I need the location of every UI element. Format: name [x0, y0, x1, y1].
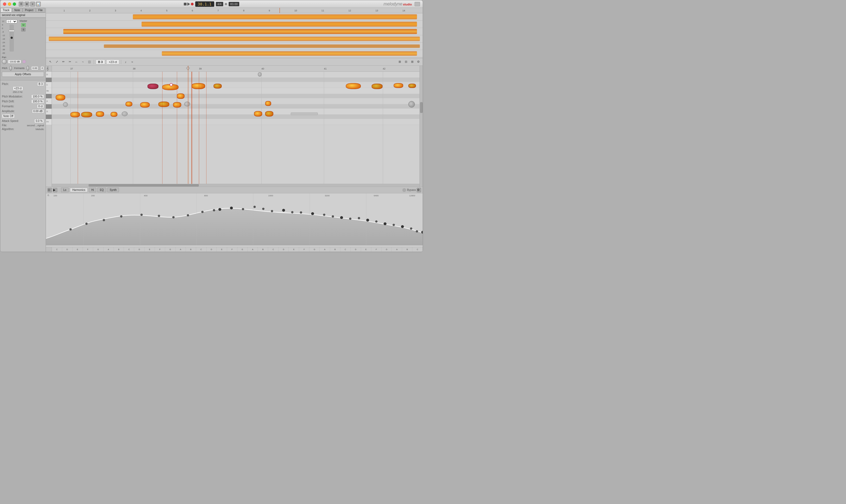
tab-project[interactable]: Project [22, 8, 36, 13]
editor-toolbar: ↖ ⤢ ✏ ✂ ↔ ~ ◫ B 3 +23 ct ♪ ≈ ⊞ ⊟ ⊞ ⚙ [46, 58, 423, 66]
note-blob-g4[interactable] [110, 112, 117, 117]
bypass-label[interactable]: Bypass [407, 188, 416, 192]
piano-clef: 𝄞 [46, 66, 52, 72]
note-canvas[interactable] [52, 72, 420, 184]
grid-view[interactable]: ⊞ [409, 59, 415, 65]
mix-btn[interactable] [22, 60, 26, 64]
waveform-5[interactable] [46, 43, 423, 50]
note-blob-c3[interactable] [192, 83, 205, 89]
note-blob-a3[interactable] [140, 102, 150, 108]
spectrum-settings[interactable]: ⚙ [417, 188, 421, 192]
key-label: C [196, 247, 207, 252]
v-scrollbar[interactable] [420, 66, 423, 186]
pitch-tool[interactable]: ~ [80, 59, 86, 65]
note-blob-bb2[interactable] [177, 93, 184, 99]
main-window: ☰ ⊞ ≡ 📊 38.1.1 4/4 83.00 melodyne studio [0, 0, 423, 252]
master-s-btn[interactable]: S [21, 28, 25, 32]
note-blob-a7[interactable] [265, 101, 271, 106]
sustain-bar-g[interactable] [291, 112, 318, 115]
key-label: C [340, 247, 351, 252]
note-blob-a1[interactable] [63, 102, 68, 107]
svg-point-32 [332, 215, 334, 217]
tempo-knob[interactable] [225, 3, 227, 5]
waveform-2[interactable] [46, 21, 423, 28]
note-blob-g2[interactable] [81, 112, 92, 117]
zoom-out[interactable]: ⊟ [403, 59, 409, 65]
tune-btn[interactable]: ♪ [123, 59, 128, 65]
note-blob-bb1[interactable] [56, 94, 65, 101]
level-btn[interactable]: ≈ [129, 59, 135, 65]
pencil-tool[interactable]: ✏ [60, 59, 66, 65]
waveform-6[interactable] [46, 50, 423, 57]
pitch-formants-row: Pitch Formants 0.00 0 [2, 66, 44, 71]
play-btn[interactable] [187, 2, 190, 6]
minimize-btn[interactable] [8, 2, 11, 6]
tab-file[interactable]: File [36, 8, 45, 13]
panel-toggle[interactable] [415, 2, 420, 6]
left-panel: Track Note Project File second voc origi… [0, 8, 46, 252]
piano-key-c: C [46, 82, 52, 88]
note-blob-g5[interactable] [122, 111, 128, 116]
note-blob-a-gray[interactable] [408, 101, 415, 108]
tab-track[interactable]: Track [0, 8, 12, 13]
note-blob-c4[interactable] [213, 84, 222, 89]
formants-knob[interactable] [27, 66, 29, 71]
close-btn[interactable] [3, 2, 6, 6]
fader-select[interactable]: 1-2 [6, 20, 17, 23]
spectrum-icon[interactable]: ⊡ [48, 188, 52, 192]
bypass-indicator[interactable] [402, 188, 406, 192]
note-blob-c5[interactable] [346, 83, 361, 89]
toolbar-icon-3[interactable]: ≡ [30, 2, 35, 6]
note-blob-c8[interactable] [408, 84, 416, 88]
note-blob-c7[interactable] [394, 83, 403, 88]
waveform-4[interactable] [46, 35, 423, 42]
note-blob-a6[interactable] [184, 102, 190, 106]
spectrum-tab-lo[interactable]: Lo [61, 188, 69, 192]
key-label: B [186, 247, 196, 252]
spectrum-tab-harmonics[interactable]: Harmonics [70, 188, 88, 192]
arrow-tool[interactable]: ↖ [48, 59, 53, 65]
settings-icon[interactable]: ⚙ [416, 59, 421, 65]
right-toolbar: ⊞ ⊟ ⊞ ⚙ [397, 59, 421, 65]
select-tool[interactable]: ⤢ [54, 59, 59, 65]
spectrum-tab-synth[interactable]: Synth [107, 188, 119, 192]
note-blob-a5[interactable] [173, 102, 181, 108]
scissors-tool[interactable]: ✂ [67, 59, 72, 65]
h-scroll-thumb[interactable] [89, 184, 199, 186]
spectrum-tab-hi[interactable]: Hi [89, 188, 96, 192]
app-logo: melodyne studio [384, 2, 412, 6]
note-blob-1[interactable] [258, 72, 262, 76]
toolbar-icon-4[interactable]: 📊 [36, 2, 41, 6]
pitch-knob[interactable] [10, 66, 12, 71]
maximize-btn[interactable] [13, 2, 16, 6]
note-blob-a2[interactable] [125, 102, 132, 106]
waveform-1[interactable] [46, 13, 423, 20]
master-m-btn[interactable]: M [21, 23, 26, 27]
note-blob-c6[interactable] [372, 84, 383, 89]
h-scrollbar-notes[interactable] [52, 184, 420, 186]
mixer-panel: 1260-6-12-18-24-30-36-00 1-2 [0, 18, 46, 80]
spectrum-right-tools: Bypass ⚙ [402, 188, 421, 192]
fader-handle[interactable] [9, 30, 15, 32]
note-blob-c1[interactable] [147, 84, 158, 89]
tab-note[interactable]: Note [12, 8, 22, 13]
waveform-3[interactable] [46, 28, 423, 35]
note-blob-g1[interactable] [70, 112, 80, 117]
zoom-in[interactable]: ⊞ [397, 59, 402, 65]
note-blob-g7[interactable] [265, 111, 273, 116]
note-blob-g3[interactable] [96, 111, 104, 117]
spectrum-tab-eq[interactable]: EQ [97, 188, 106, 192]
record-btn[interactable] [191, 3, 193, 5]
toolbar-icon-2[interactable]: ⊞ [24, 2, 29, 6]
spectrum-play[interactable]: ▶ [53, 188, 57, 192]
v-scroll-thumb[interactable] [420, 102, 423, 113]
apply-offsets-btn[interactable]: Apply Offsets [2, 72, 44, 77]
stop-btn[interactable] [184, 3, 187, 5]
pan-knob[interactable] [2, 59, 7, 64]
stretch-tool[interactable]: ↔ [74, 59, 79, 65]
level-tool[interactable]: ◫ [87, 59, 92, 65]
key-label: A [320, 247, 330, 252]
note-blob-a4[interactable] [158, 102, 169, 107]
toolbar-icon-1[interactable]: ☰ [19, 2, 24, 6]
note-blob-g6[interactable] [254, 111, 262, 116]
